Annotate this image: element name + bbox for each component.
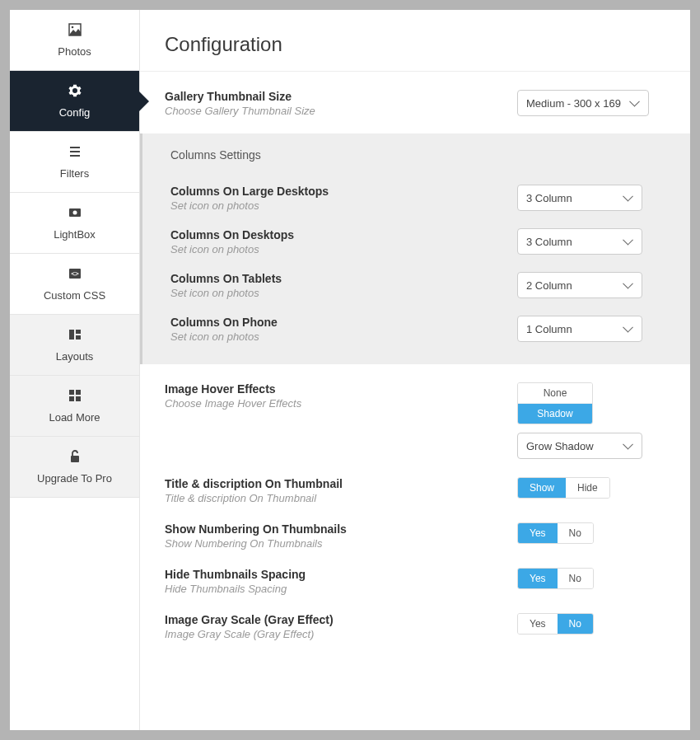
thumbnail-size-select[interactable]: Medium - 300 x 169	[517, 90, 649, 116]
col-large-select[interactable]: 3 Column	[517, 185, 642, 211]
sidebar-item-label: Layouts	[56, 350, 94, 363]
hover-shadow-button[interactable]: Shadow	[518, 404, 592, 424]
sidebar-item-label: Filters	[60, 167, 89, 180]
title-desc-toggle: Show Hide	[517, 477, 610, 499]
hide-button[interactable]: Hide	[566, 478, 609, 498]
setting-desc: Set icon on photos	[170, 330, 501, 343]
sidebar-item-customcss[interactable]: <> Custom CSS	[10, 254, 139, 315]
svg-point-1	[71, 26, 73, 29]
setting-col-phone: Columns On Phone Set icon on photos 1 Co…	[142, 299, 690, 343]
panel-title: Columns Settings	[142, 148, 690, 168]
setting-desc: Choose Image Hover Effects	[165, 397, 501, 410]
hover-effect-select[interactable]: Grow Shadow	[517, 433, 642, 459]
sidebar-item-label: Photos	[58, 45, 91, 58]
setting-label: Image Gray Scale (Gray Effect)	[165, 613, 501, 626]
hover-none-button[interactable]: None	[518, 383, 592, 404]
sidebar-item-label: LightBox	[54, 228, 96, 241]
yes-button[interactable]: Yes	[518, 614, 558, 634]
columns-settings-panel: Columns Settings Columns On Large Deskto…	[140, 133, 690, 364]
numbering-toggle: Yes No	[517, 522, 594, 544]
setting-desc: Image Gray Scale (Gray Effect)	[165, 628, 501, 640]
sidebar-item-config[interactable]: Config	[10, 71, 139, 132]
svg-rect-11	[76, 335, 81, 340]
setting-label: Gallery Thumbnail Size	[165, 90, 501, 103]
sidebar-item-label: Custom CSS	[44, 289, 105, 302]
svg-rect-9	[69, 330, 74, 340]
svg-rect-14	[69, 396, 74, 401]
setting-desc: Hide Thumbnails Spacing	[165, 583, 501, 595]
grid-icon	[69, 388, 81, 403]
svg-rect-12	[69, 390, 74, 395]
sidebar-item-layouts[interactable]: Layouts	[10, 315, 139, 376]
sidebar-item-label: Config	[59, 106, 91, 119]
sidebar-item-photos[interactable]: Photos	[10, 10, 139, 71]
code-icon: <>	[68, 266, 82, 281]
sidebar-item-upgrade[interactable]: Upgrade To Pro	[10, 437, 139, 498]
svg-rect-16	[71, 456, 79, 462]
hover-effects-toggle: None Shadow	[517, 382, 593, 424]
col-phone-select[interactable]: 1 Column	[517, 316, 642, 342]
svg-rect-10	[76, 330, 81, 334]
setting-desc: Show Numbering On Thumbnails	[165, 537, 501, 550]
no-button[interactable]: No	[558, 569, 593, 588]
setting-desc: Choose Gallery Thumbnail Size	[165, 105, 501, 117]
setting-thumbnail-size: Gallery Thumbnail Size Choose Gallery Th…	[140, 72, 690, 117]
setting-label: Columns On Desktops	[170, 228, 501, 241]
setting-title-desc: Title & discription On Thumbnail Title &…	[140, 459, 690, 504]
setting-hover-effects: Image Hover Effects Choose Image Hover E…	[140, 364, 690, 459]
setting-label: Columns On Phone	[170, 316, 501, 329]
setting-col-large: Columns On Large Desktops Set icon on ph…	[142, 168, 690, 212]
sidebar-item-loadmore[interactable]: Load More	[10, 376, 139, 437]
setting-label: Columns On Large Desktops	[170, 185, 501, 198]
svg-rect-2	[70, 147, 80, 148]
col-tablet-select[interactable]: 2 Column	[517, 272, 642, 298]
no-button[interactable]: No	[558, 614, 593, 634]
page-header: Configuration	[140, 10, 690, 72]
unlock-icon	[69, 449, 81, 464]
setting-col-tablet: Columns On Tablets Set icon on photos 2 …	[142, 255, 690, 299]
setting-spacing: Hide Thumbnails Spacing Hide Thumbnails …	[140, 550, 690, 595]
col-desktop-select[interactable]: 3 Column	[517, 228, 642, 255]
lightbox-icon	[68, 205, 82, 220]
sidebar-item-filters[interactable]: Filters	[10, 132, 139, 193]
setting-label: Columns On Tablets	[170, 272, 501, 285]
svg-point-6	[72, 211, 77, 215]
svg-rect-13	[76, 390, 81, 395]
settings-content: Gallery Thumbnail Size Choose Gallery Th…	[140, 72, 690, 650]
setting-label: Image Hover Effects	[165, 382, 501, 396]
sidebar-item-label: Upgrade To Pro	[37, 472, 112, 485]
gear-icon	[68, 83, 82, 98]
setting-desc: Set icon on photos	[170, 287, 501, 299]
setting-gray: Image Gray Scale (Gray Effect) Image Gra…	[140, 595, 690, 640]
show-button[interactable]: Show	[518, 478, 566, 498]
setting-label: Show Numbering On Thumbnails	[165, 522, 501, 536]
setting-label: Hide Thumbnails Spacing	[165, 568, 501, 581]
setting-desc: Title & discription On Thumbnail	[165, 492, 501, 504]
spacing-toggle: Yes No	[517, 568, 594, 589]
page-title: Configuration	[165, 33, 665, 56]
main-content: Configuration Gallery Thumbnail Size Cho…	[140, 10, 690, 730]
gray-toggle: Yes No	[517, 613, 594, 635]
setting-label: Title & discription On Thumbnail	[165, 477, 501, 490]
sidebar-item-lightbox[interactable]: LightBox	[10, 193, 139, 254]
setting-desc: Set icon on photos	[170, 199, 501, 212]
svg-rect-3	[70, 151, 80, 152]
sidebar-item-label: Load More	[49, 411, 100, 424]
yes-button[interactable]: Yes	[518, 569, 558, 588]
layouts-icon	[68, 327, 82, 342]
svg-rect-4	[70, 155, 80, 157]
sidebar: Photos Config Filters LightBox <> Custom…	[10, 10, 140, 730]
app-window: Photos Config Filters LightBox <> Custom…	[10, 10, 690, 730]
setting-desc: Set icon on photos	[170, 243, 501, 255]
photos-icon	[68, 22, 82, 37]
no-button[interactable]: No	[558, 523, 593, 543]
svg-rect-15	[76, 396, 81, 401]
svg-text:<>: <>	[71, 270, 79, 278]
yes-button[interactable]: Yes	[518, 523, 558, 543]
setting-numbering: Show Numbering On Thumbnails Show Number…	[140, 504, 690, 550]
filters-icon	[68, 144, 82, 159]
setting-col-desktop: Columns On Desktops Set icon on photos 3…	[142, 212, 690, 255]
